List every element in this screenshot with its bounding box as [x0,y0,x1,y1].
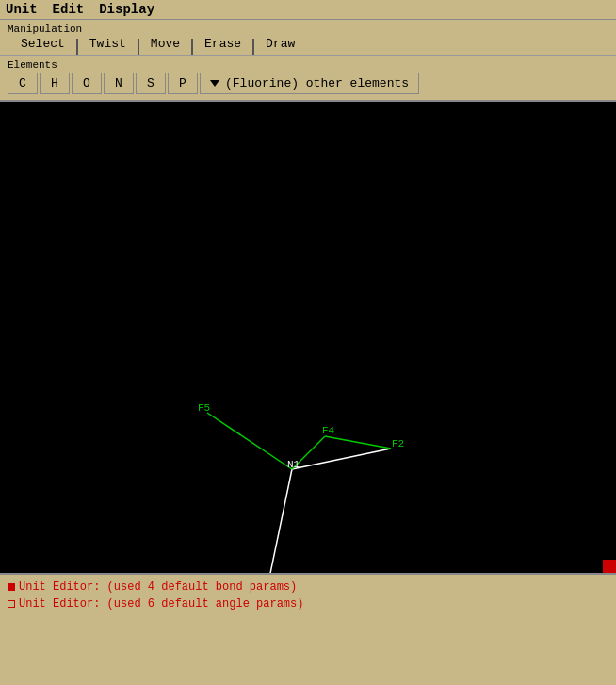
tool-select[interactable]: Select [8,37,65,51]
status-line-1: Unit Editor: (used 4 default bond params… [8,579,608,595]
status-indicator-1 [8,583,15,591]
dropdown-arrow-icon [210,80,219,87]
tool-radio-group: Select Twist Move Erase Draw [8,37,608,51]
menu-unit[interactable]: Unit [6,2,38,17]
svg-text:N1: N1 [287,459,300,470]
tool-erase[interactable]: Erase [191,37,241,51]
manipulation-section: Manipulation Select Twist Move Erase Dra… [0,20,616,56]
menu-edit[interactable]: Edit [53,2,85,17]
svg-line-3 [325,436,391,449]
elements-label: Elements [8,59,608,71]
element-S[interactable]: S [136,73,166,94]
tool-twist[interactable]: Twist [76,37,126,51]
menu-display[interactable]: Display [99,2,154,17]
svg-line-4 [207,413,292,469]
element-buttons-group: C H O N S P (Fluorine) other elements [8,73,608,94]
tool-move[interactable]: Move [138,37,180,51]
menubar: Unit Edit Display [0,0,616,20]
elements-section: Elements C H O N S P (Fluorine) other el… [0,56,616,102]
element-O[interactable]: O [72,73,102,94]
molecule-svg: N1 F2 F3 F4 F5 [0,102,616,573]
svg-text:F5: F5 [198,402,210,414]
molecule-canvas[interactable]: N1 F2 F3 F4 F5 [0,102,616,573]
svg-text:F4: F4 [322,425,335,436]
red-indicator [603,560,616,573]
element-P[interactable]: P [168,73,198,94]
tool-draw[interactable]: Draw [252,37,295,51]
element-N[interactable]: N [104,73,134,94]
other-elements-button[interactable]: (Fluorine) other elements [200,73,419,94]
element-H[interactable]: H [40,73,70,94]
manipulation-label: Manipulation [8,24,608,35]
svg-text:F2: F2 [392,438,404,449]
svg-line-0 [292,449,391,469]
status-line-2: Unit Editor: (used 6 default angle param… [8,595,608,612]
element-C[interactable]: C [8,73,38,94]
status-indicator-2 [8,600,15,608]
svg-line-1 [268,469,292,573]
statusbar: Unit Editor: (used 4 default bond params… [0,573,616,629]
